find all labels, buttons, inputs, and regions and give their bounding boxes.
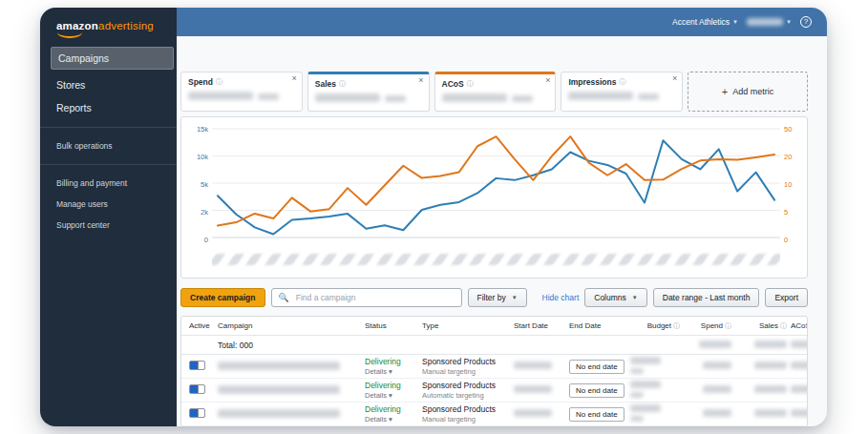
- cell-campaign[interactable]: [218, 362, 361, 372]
- x-tick-label-redacted: [450, 254, 467, 265]
- close-icon[interactable]: ×: [418, 76, 423, 85]
- active-toggle[interactable]: [189, 408, 205, 418]
- metric-value-blob: [442, 93, 507, 102]
- info-icon: ⓘ: [339, 79, 346, 89]
- y-tick-label: 15k: [197, 126, 208, 134]
- search-input[interactable]: [294, 292, 455, 303]
- y-tick-label: 50: [784, 126, 792, 134]
- campaign-name-redacted: [218, 362, 340, 370]
- filter-by-button[interactable]: Filter by ▼: [468, 288, 527, 307]
- column-header-type[interactable]: Type: [422, 321, 510, 330]
- date-range-button[interactable]: Date range - Last month: [653, 288, 760, 307]
- campaign-name-redacted: [218, 409, 340, 418]
- total-label: Total: 000: [218, 341, 361, 350]
- create-campaign-button[interactable]: Create campaign: [180, 288, 265, 307]
- sidebar-item-reports[interactable]: Reports: [40, 96, 177, 119]
- x-tick-label-redacted: [767, 254, 780, 265]
- cell-end-date: No end date: [569, 407, 626, 422]
- sidebar-item-manage-users[interactable]: Manage users: [40, 194, 177, 215]
- column-header-label: Start Date: [514, 321, 548, 330]
- app-window: amazonadvertising CampaignsStoresReports…: [40, 8, 827, 426]
- cell-start-date: [514, 409, 565, 419]
- column-header-sales[interactable]: Salesⓘ: [735, 321, 787, 331]
- sidebar-item-stores[interactable]: Stores: [40, 73, 177, 96]
- x-tick-label-redacted: [655, 254, 672, 265]
- close-icon[interactable]: ×: [672, 74, 677, 83]
- metric-card-acos[interactable]: ACoSⓘ×: [434, 72, 557, 112]
- active-toggle[interactable]: [189, 361, 205, 370]
- x-tick-label-redacted: [692, 254, 709, 265]
- metric-value-blob: [188, 92, 253, 100]
- cell-campaign[interactable]: [218, 409, 361, 420]
- cell-spend: [684, 409, 731, 419]
- campaigns-table: ActiveCampaignStatusTypeStart DateEnd Da…: [180, 316, 808, 426]
- x-tick-label-redacted: [524, 254, 541, 265]
- export-button[interactable]: Export: [765, 288, 808, 307]
- start-date-redacted: [514, 409, 552, 417]
- metric-card-title: Impressionsⓘ: [568, 77, 675, 87]
- column-header-active[interactable]: Active: [189, 321, 214, 330]
- cell-type: Sponsored ProductsAutomatic targeting: [422, 381, 510, 400]
- columns-button[interactable]: Columns ▼: [584, 288, 647, 307]
- column-header-status[interactable]: Status: [365, 321, 418, 330]
- info-icon: ⓘ: [619, 77, 625, 87]
- total-spend-redacted: [684, 341, 731, 350]
- sidebar-item-campaigns[interactable]: Campaigns: [51, 47, 174, 70]
- no-end-date-button[interactable]: No end date: [569, 360, 625, 374]
- add-metric-button[interactable]: +Add metric: [688, 72, 808, 112]
- column-header-spend[interactable]: Spendⓘ: [684, 321, 731, 331]
- x-tick-label-redacted: [375, 254, 392, 265]
- x-tick-label-redacted: [487, 254, 504, 265]
- metric-card-impressions[interactable]: Impressionsⓘ×: [561, 72, 683, 112]
- column-header-start-date[interactable]: Start Date: [514, 321, 565, 330]
- campaign-type: Sponsored Products: [422, 357, 510, 366]
- no-end-date-button[interactable]: No end date: [569, 383, 625, 398]
- budget-redacted: [630, 381, 661, 388]
- metric-value-blob: [315, 93, 380, 102]
- help-icon[interactable]: ?: [800, 16, 812, 28]
- cell-type: Sponsored ProductsManual targeting: [422, 404, 510, 424]
- sidebar-divider: [40, 164, 177, 165]
- sidebar-item-support-center[interactable]: Support center: [40, 215, 177, 236]
- sales-redacted: [754, 362, 787, 369]
- metric-label: Spend: [188, 77, 213, 87]
- column-header-end-date[interactable]: End Date: [569, 321, 626, 330]
- cell-active: [189, 361, 214, 372]
- profile-menu[interactable]: ▼: [747, 18, 792, 26]
- close-icon[interactable]: ×: [545, 76, 550, 85]
- x-tick-label-redacted: [338, 254, 355, 265]
- sidebar-divider: [40, 127, 177, 128]
- info-icon: ⓘ: [780, 321, 787, 331]
- y-tick-label: 0: [204, 237, 208, 244]
- column-header-campaign[interactable]: Campaign: [218, 321, 361, 330]
- cell-end-date: No end date: [569, 360, 626, 374]
- metric-value-redacted: [188, 92, 295, 100]
- sales-redacted: [754, 385, 787, 393]
- account-switcher[interactable]: Accent Athletics ▼: [672, 17, 738, 27]
- logo-amazon-text: amazon: [56, 20, 98, 31]
- details-dropdown[interactable]: Details ▾: [365, 367, 418, 376]
- metric-card-title: Salesⓘ: [315, 79, 422, 89]
- metric-card-spend[interactable]: Spendⓘ×: [180, 72, 303, 112]
- y-tick-label: 5: [784, 209, 788, 217]
- metric-value-redacted: [315, 93, 422, 102]
- budget-redacted: [630, 404, 661, 412]
- campaign-search: 🔍: [271, 288, 462, 307]
- sidebar-item-bulk-operations[interactable]: Bulk operations: [40, 135, 177, 156]
- status-badge: Delivering: [365, 404, 418, 414]
- details-dropdown[interactable]: Details ▾: [365, 415, 418, 424]
- active-toggle[interactable]: [189, 384, 205, 394]
- column-header-acos[interactable]: ACoSⓘ: [791, 321, 808, 331]
- cell-sales: [735, 409, 787, 419]
- close-icon[interactable]: ×: [292, 74, 297, 83]
- column-header-label: End Date: [569, 321, 601, 330]
- column-header-budget[interactable]: Budgetⓘ: [630, 321, 680, 331]
- cell-campaign[interactable]: [218, 385, 361, 396]
- x-tick-label-redacted: [561, 254, 579, 265]
- details-dropdown[interactable]: Details ▾: [365, 391, 418, 400]
- metric-card-sales[interactable]: Salesⓘ×: [307, 72, 430, 112]
- sidebar-item-billing-and-payment[interactable]: Billing and payment: [40, 173, 177, 194]
- status-badge: Delivering: [365, 357, 418, 366]
- no-end-date-button[interactable]: No end date: [569, 407, 625, 422]
- hide-chart-link[interactable]: Hide chart: [542, 293, 580, 302]
